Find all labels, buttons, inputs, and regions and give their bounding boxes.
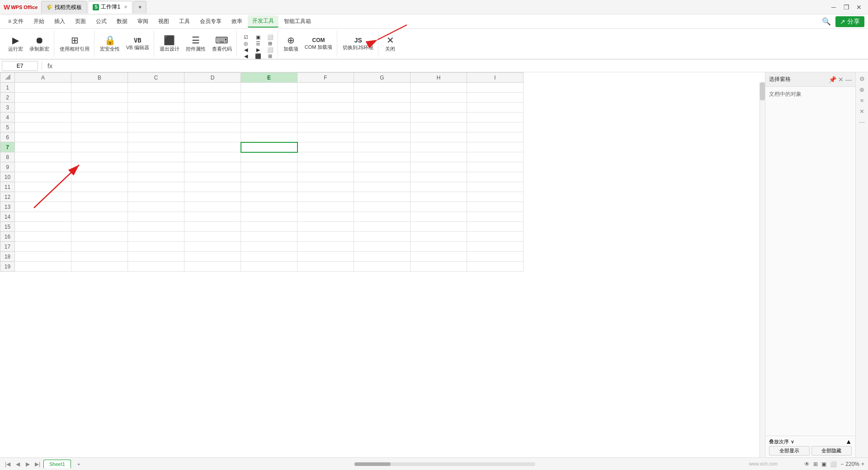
- row-header-11[interactable]: 11: [0, 182, 15, 192]
- cell-H3[interactable]: [410, 103, 467, 113]
- add-sheet-button[interactable]: +: [72, 460, 85, 468]
- cell-I12[interactable]: [467, 192, 524, 202]
- cell-C15[interactable]: [128, 222, 184, 232]
- cell-H2[interactable]: [410, 93, 467, 103]
- cell-I15[interactable]: [467, 222, 524, 232]
- cell-H17[interactable]: [410, 242, 467, 252]
- cell-F9[interactable]: [297, 162, 354, 172]
- menu-review[interactable]: 审阅: [133, 16, 153, 27]
- addin-button[interactable]: ⊕ 加载项: [281, 31, 301, 56]
- formula-input[interactable]: [56, 61, 866, 71]
- cell-C9[interactable]: [128, 162, 184, 172]
- cell-A8[interactable]: [15, 152, 71, 162]
- col-header-G[interactable]: G: [354, 73, 410, 83]
- row-header-2[interactable]: 2: [0, 93, 15, 103]
- cell-A4[interactable]: [15, 113, 71, 122]
- cell-A11[interactable]: [15, 182, 71, 192]
- cell-G5[interactable]: [354, 122, 410, 132]
- cell-C16[interactable]: [128, 232, 184, 242]
- cell-C4[interactable]: [128, 113, 184, 122]
- stacking-chevron[interactable]: ∨: [791, 439, 794, 445]
- cell-G14[interactable]: [354, 212, 410, 222]
- cell-D11[interactable]: [184, 182, 241, 192]
- cell-G11[interactable]: [354, 182, 410, 192]
- horizontal-scrollbar-thumb[interactable]: [354, 462, 391, 466]
- cell-F5[interactable]: [297, 122, 354, 132]
- cell-D2[interactable]: [184, 93, 241, 103]
- cell-D7[interactable]: [184, 142, 241, 152]
- cell-B9[interactable]: [71, 162, 128, 172]
- nav-next-button[interactable]: ▶: [24, 460, 32, 468]
- cell-H7[interactable]: [410, 142, 467, 152]
- cell-I3[interactable]: [467, 103, 524, 113]
- cell-F11[interactable]: [297, 182, 354, 192]
- cell-I16[interactable]: [467, 232, 524, 242]
- cell-A7[interactable]: [15, 142, 71, 152]
- restore-button[interactable]: ❐: [841, 2, 852, 13]
- add-tab-button[interactable]: +: [133, 1, 146, 14]
- menu-efficiency[interactable]: 效率: [227, 16, 247, 27]
- grid-scroll-area[interactable]: A B C D E F G H I 1234567891011121314151…: [0, 72, 765, 457]
- col-header-F[interactable]: F: [297, 73, 354, 83]
- row-header-14[interactable]: 14: [0, 212, 15, 222]
- cell-E15[interactable]: [241, 222, 297, 232]
- cell-A9[interactable]: [15, 162, 71, 172]
- cell-D17[interactable]: [184, 242, 241, 252]
- rt-menu-icon[interactable]: ≡: [858, 96, 867, 105]
- cell-D14[interactable]: [184, 212, 241, 222]
- cell-D18[interactable]: [184, 252, 241, 262]
- macro-security-button[interactable]: 🔒 宏安全性: [97, 31, 123, 56]
- cell-I1[interactable]: [467, 83, 524, 93]
- cell-E19[interactable]: [241, 262, 297, 272]
- cell-F15[interactable]: [297, 222, 354, 232]
- cell-H5[interactable]: [410, 122, 467, 132]
- cell-D6[interactable]: [184, 132, 241, 142]
- stacking-up-icon[interactable]: ▲: [845, 438, 852, 445]
- cell-I9[interactable]: [467, 162, 524, 172]
- cell-F17[interactable]: [297, 242, 354, 252]
- rt-close-icon[interactable]: ✕: [858, 107, 867, 116]
- row-header-4[interactable]: 4: [0, 113, 15, 122]
- cell-B7[interactable]: [71, 142, 128, 152]
- cell-F19[interactable]: [297, 262, 354, 272]
- cell-E1[interactable]: [241, 83, 297, 93]
- cell-I2[interactable]: [467, 93, 524, 103]
- cell-E18[interactable]: [241, 252, 297, 262]
- nav-last-button[interactable]: ▶|: [33, 460, 42, 468]
- col-header-H[interactable]: H: [410, 73, 467, 83]
- cell-E14[interactable]: [241, 212, 297, 222]
- cell-B10[interactable]: [71, 172, 128, 182]
- cell-E8[interactable]: [241, 152, 297, 162]
- cell-C18[interactable]: [128, 252, 184, 262]
- row-header-5[interactable]: 5: [0, 122, 15, 132]
- cell-G7[interactable]: [354, 142, 410, 152]
- cell-A2[interactable]: [15, 93, 71, 103]
- cell-B1[interactable]: [71, 83, 128, 93]
- col-header-E[interactable]: E: [241, 73, 297, 83]
- spreadsheet[interactable]: A B C D E F G H I 1234567891011121314151…: [0, 72, 765, 457]
- workbook-tab-close[interactable]: ✕: [124, 5, 127, 9]
- cell-C8[interactable]: [128, 152, 184, 162]
- cell-A12[interactable]: [15, 192, 71, 202]
- cell-B17[interactable]: [71, 242, 128, 252]
- cell-A5[interactable]: [15, 122, 71, 132]
- tab-template[interactable]: 🌾 找稻壳模板: [41, 1, 87, 14]
- cell-D4[interactable]: [184, 113, 241, 122]
- cell-E3[interactable]: [241, 103, 297, 113]
- cell-D10[interactable]: [184, 172, 241, 182]
- cell-I8[interactable]: [467, 152, 524, 162]
- col-header-A[interactable]: A: [15, 73, 71, 83]
- cell-C7[interactable]: [128, 142, 184, 152]
- normal-view-icon[interactable]: ⊞: [813, 461, 818, 467]
- share-button[interactable]: ↗ 分享: [835, 16, 864, 27]
- run-macro-button[interactable]: ▶ 运行宏: [5, 31, 26, 56]
- row-header-10[interactable]: 10: [0, 172, 15, 182]
- cell-H14[interactable]: [410, 212, 467, 222]
- page-break-icon[interactable]: ⬜: [830, 461, 837, 467]
- cell-G16[interactable]: [354, 232, 410, 242]
- rt-settings-icon[interactable]: ⚙: [858, 74, 867, 83]
- cell-H6[interactable]: [410, 132, 467, 142]
- cell-C13[interactable]: [128, 202, 184, 212]
- close-button[interactable]: ✕: [854, 2, 864, 13]
- row-header-12[interactable]: 12: [0, 192, 15, 202]
